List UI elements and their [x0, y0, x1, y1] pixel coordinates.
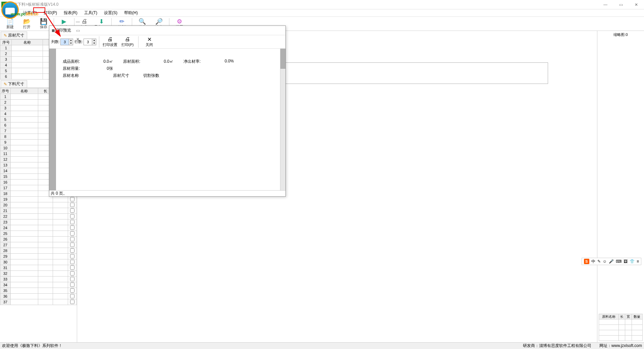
ime-tshirt-icon[interactable]: 👕 — [630, 259, 635, 264]
close-button[interactable]: ✕ — [629, 0, 644, 9]
table-row[interactable]: 19 — [0, 197, 77, 202]
print-preview-dialog: ▦ 打印预览 — ▭ ✕ 列数: ▲▼ 行数: ▲▼ 🖨打印设置 🖨打印(P) … — [49, 26, 286, 197]
menu-settings[interactable]: 设置(S) — [103, 9, 119, 16]
table-row[interactable]: 22 — [0, 214, 77, 219]
print-settings-button[interactable]: 🖨打印设置 — [102, 36, 118, 47]
title-bar: ▦ 极致下料>板材标准版V14.0 — ▭ ✕ — [0, 0, 644, 9]
minimize-button[interactable]: — — [598, 0, 613, 9]
status-bar: 欢迎使用《极致下料》系列软件！ 研发商：淄博有思度软件工程有限公司 网址：www… — [0, 342, 644, 349]
dialog-scrollbar[interactable] — [280, 49, 285, 190]
dialog-icon: ▦ — [52, 29, 55, 32]
sogou-icon[interactable]: S — [584, 259, 589, 264]
table-row[interactable]: 25 — [0, 231, 77, 237]
cols-spinner[interactable]: ▲▼ — [60, 39, 73, 45]
printer-icon: 🖨 — [107, 36, 113, 42]
dialog-status: 共 0 页。 — [49, 190, 285, 196]
menu-help[interactable]: 帮助(H) — [123, 9, 139, 16]
table-row[interactable]: 35 — [0, 288, 77, 294]
rows-spinner[interactable]: ▲▼ — [84, 39, 96, 45]
close-preview-button[interactable]: ✕关闭 — [141, 36, 157, 47]
highlight-box — [33, 7, 45, 13]
status-right: 研发商：淄博有思度软件工程有限公司 网址：www.jzxlsoft.com — [523, 343, 642, 349]
ime-skin-icon[interactable]: 🖼 — [624, 259, 628, 264]
pen-icon: ✎ — [4, 33, 7, 38]
app-icon: ▦ — [1, 2, 7, 8]
print-button[interactable]: 🖨打印(P) — [119, 36, 136, 47]
table-row[interactable]: 20 — [0, 202, 77, 208]
dialog-toolbar: 列数: ▲▼ 行数: ▲▼ 🖨打印设置 🖨打印(P) ✕关闭 — [49, 35, 285, 49]
tab-raw-size[interactable]: ✎原材尺寸 — [1, 32, 27, 39]
menu-report[interactable]: 报表(R) — [62, 9, 79, 16]
table-row[interactable]: 24 — [0, 225, 77, 231]
table-row[interactable]: 36 — [0, 294, 77, 299]
rows-input[interactable] — [84, 39, 92, 45]
ime-emoji-icon[interactable]: ☺ — [603, 259, 607, 264]
ime-toolbar[interactable]: S 中 ✎ ☺ 🎤 ⌨ 🖼 👕 ≡ — [582, 258, 641, 265]
pen-icon: ✎ — [4, 82, 7, 87]
cols-input[interactable] — [61, 39, 69, 45]
status-left: 欢迎使用《极致下料》系列软件！ — [2, 343, 62, 349]
tab-cut-size[interactable]: ✎下料尺寸 — [1, 80, 27, 88]
window-controls: — ▭ ✕ — [598, 0, 644, 9]
dialog-maximize-button[interactable]: ▭ — [71, 26, 85, 35]
table-row[interactable]: 23 — [0, 219, 77, 225]
table-row[interactable]: 32 — [0, 271, 77, 277]
chevron-up-icon[interactable]: ▲ — [92, 39, 96, 42]
ime-menu-icon[interactable]: ≡ — [637, 259, 639, 264]
cols-label: 列数: — [51, 39, 60, 44]
table-row[interactable]: 31 — [0, 265, 77, 271]
page-gutter-left — [49, 49, 56, 190]
table-row[interactable]: 37 — [0, 299, 77, 305]
ime-lang[interactable]: 中 — [591, 259, 595, 264]
table-row[interactable]: 27 — [0, 242, 77, 248]
table-row[interactable]: 34 — [0, 282, 77, 288]
table-row[interactable]: 29 — [0, 254, 77, 259]
toolbar-打开[interactable]: 📂打开 — [19, 17, 35, 31]
dialog-minimize-button[interactable]: — — [71, 17, 85, 26]
menu-tools[interactable]: 工具(T) — [83, 9, 99, 16]
menu-file[interactable]: 文件(F) — [2, 9, 18, 16]
thumbnail-label: 缩略图:0 — [599, 32, 643, 37]
maximize-button[interactable]: ▭ — [613, 0, 629, 9]
chevron-down-icon[interactable]: ▼ — [69, 42, 73, 45]
close-icon: ✕ — [147, 36, 152, 42]
chevron-up-icon[interactable]: ▲ — [69, 39, 73, 42]
dialog-titlebar: ▦ 打印预览 — ▭ ✕ — [49, 26, 285, 35]
chevron-down-icon[interactable]: ▼ — [92, 42, 96, 45]
menu-bar: 文件(F) 计算(C) 打印(P) 报表(R) 工具(T) 设置(S) 帮助(H… — [0, 9, 644, 17]
material-summary-grid[interactable]: 原料名称 长 宽 数量 — [599, 314, 643, 341]
ime-voice-icon[interactable]: 🎤 — [609, 259, 614, 264]
table-row[interactable]: 28 — [0, 248, 77, 254]
printer-icon: 🖨 — [125, 36, 130, 42]
toolbar-新建[interactable]: 📄新建 — [2, 17, 18, 31]
rows-label: 行数: — [74, 39, 83, 44]
dialog-body: 成品面积:0.0㎡ 原材面积:0.0㎡ 净出材率:0.0% 原材用量:0张 原材… — [49, 49, 285, 190]
ime-keyboard-icon[interactable]: ⌨ — [616, 259, 622, 264]
table-row[interactable]: 33 — [0, 277, 77, 282]
table-row[interactable]: 26 — [0, 237, 77, 242]
right-panel: 缩略图:0 原料名称 长 宽 数量 — [597, 31, 644, 342]
table-row[interactable]: 30 — [0, 259, 77, 265]
ime-punct-icon[interactable]: ✎ — [597, 259, 601, 264]
table-row[interactable]: 21 — [0, 208, 77, 214]
preview-page: 成品面积:0.0㎡ 原材面积:0.0㎡ 净出材率:0.0% 原材用量:0张 原材… — [56, 49, 280, 190]
app-title: 极致下料>板材标准版V14.0 — [9, 2, 58, 7]
dialog-title: 打印预览 — [55, 28, 71, 33]
